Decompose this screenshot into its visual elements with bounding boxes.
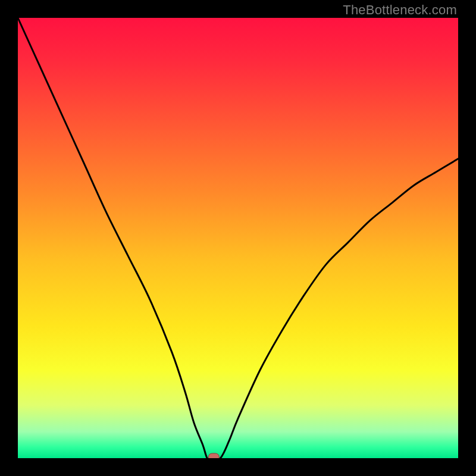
- optimal-marker: [208, 453, 219, 458]
- gradient-background: [18, 18, 458, 458]
- watermark-text: TheBottleneck.com: [343, 2, 457, 18]
- chart-frame: TheBottleneck.com: [0, 0, 476, 476]
- chart-svg: [18, 18, 458, 458]
- plot-area: [18, 18, 458, 458]
